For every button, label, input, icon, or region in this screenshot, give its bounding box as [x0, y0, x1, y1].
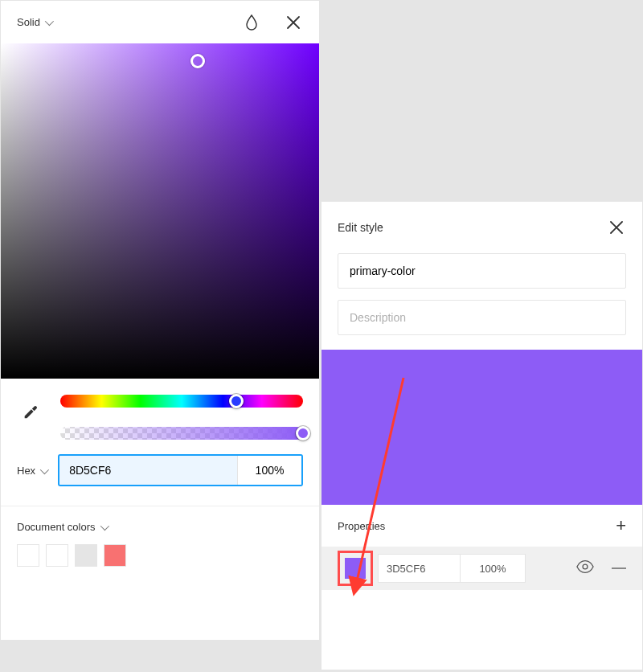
property-swatch[interactable]	[345, 558, 366, 579]
properties-label: Properties	[338, 520, 385, 532]
property-opacity[interactable]: 100%	[460, 554, 526, 583]
opacity-input[interactable]	[237, 456, 301, 485]
blend-mode-icon[interactable]	[242, 13, 261, 32]
color-format-label: Hex	[17, 465, 35, 477]
hex-input[interactable]	[59, 456, 237, 485]
color-picker-panel: Solid Hex	[0, 0, 320, 641]
color-picker-header-actions	[242, 13, 303, 32]
document-swatches	[17, 544, 303, 567]
sliders	[60, 395, 303, 440]
style-name-input[interactable]	[338, 253, 626, 289]
property-swatch-highlight	[338, 551, 373, 586]
color-picker-header: Solid	[1, 1, 319, 43]
saturation-value-field[interactable]	[1, 43, 319, 379]
fill-mode-dropdown[interactable]: Solid	[17, 16, 51, 28]
panel-title: Edit style	[338, 221, 383, 234]
remove-property-button[interactable]	[612, 568, 626, 569]
document-colors-dropdown[interactable]: Document colors	[17, 521, 303, 533]
edit-style-panel: Edit style Properties + 3D5CF6 100%	[321, 201, 643, 670]
property-actions	[526, 560, 626, 576]
hue-handle[interactable]	[229, 394, 244, 408]
swatch[interactable]	[104, 544, 126, 567]
saturation-value-handle[interactable]	[190, 54, 205, 68]
hex-field-group	[58, 454, 303, 486]
color-format-dropdown[interactable]: Hex	[17, 465, 47, 477]
chevron-down-icon	[40, 465, 47, 477]
visibility-icon[interactable]	[576, 560, 594, 576]
document-colors-section: Document colors	[1, 506, 319, 581]
swatch[interactable]	[75, 544, 97, 567]
alpha-handle[interactable]	[296, 426, 310, 440]
property-hex[interactable]: 3D5CF6	[378, 554, 460, 583]
chevron-down-icon	[45, 16, 51, 28]
style-inputs	[322, 253, 642, 350]
properties-header: Properties +	[322, 505, 642, 547]
alpha-slider[interactable]	[60, 427, 303, 440]
style-color-preview	[322, 350, 642, 505]
fill-mode-label: Solid	[17, 16, 40, 28]
swatch[interactable]	[46, 544, 68, 567]
style-description-input[interactable]	[338, 300, 626, 335]
hex-row: Hex	[1, 440, 319, 506]
property-row: 3D5CF6 100%	[322, 547, 642, 590]
chevron-down-icon	[100, 521, 107, 533]
eyedropper-button[interactable]	[17, 395, 44, 430]
edit-style-header: Edit style	[322, 202, 642, 253]
svg-point-0	[583, 564, 588, 569]
slider-area	[1, 379, 319, 440]
close-icon[interactable]	[607, 218, 626, 237]
document-colors-label: Document colors	[17, 521, 96, 533]
close-icon[interactable]	[284, 13, 303, 32]
swatch[interactable]	[17, 544, 39, 567]
add-property-button[interactable]: +	[616, 517, 626, 535]
hue-slider[interactable]	[60, 395, 303, 408]
